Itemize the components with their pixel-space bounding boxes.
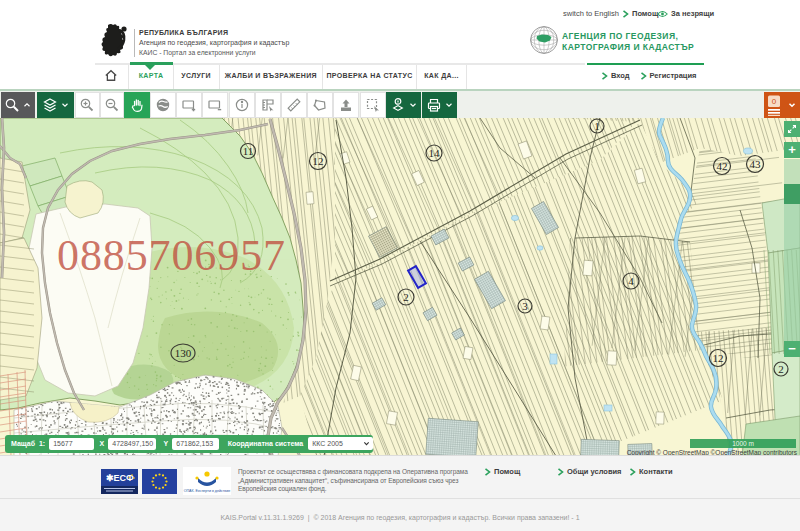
svg-text:12: 12 [313,154,324,166]
svg-text:1: 1 [594,119,600,131]
svg-text:42: 42 [717,159,728,171]
svg-text:1000 m: 1000 m [732,440,754,447]
svg-text:12: 12 [713,351,724,363]
svg-text:43: 43 [750,157,762,169]
svg-text:2: 2 [403,290,409,302]
svg-text:2: 2 [778,362,784,374]
svg-text:3: 3 [522,299,528,311]
svg-text:14: 14 [429,146,441,158]
svg-text:ОПАК. Експерти в действие: ОПАК. Експерти в действие [184,489,231,493]
svg-text:130: 130 [175,346,192,358]
svg-text:4: 4 [628,274,634,286]
svg-text:11: 11 [243,144,254,156]
svg-text:0: 0 [772,96,777,105]
svg-text:0885706957: 0885706957 [57,231,285,280]
